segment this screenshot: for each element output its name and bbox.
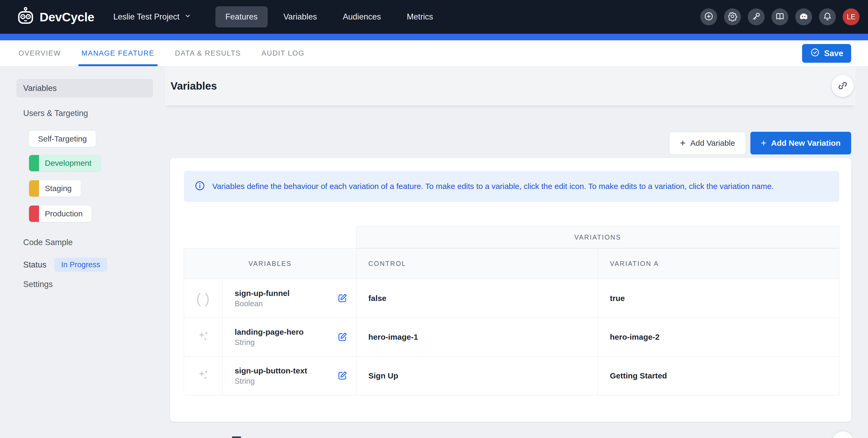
edit-pencil-icon (337, 339, 348, 343)
variable-name: sign-up-button-text (235, 366, 307, 375)
tab-overview[interactable]: OVERVIEW (19, 40, 61, 66)
settings-button[interactable] (724, 8, 741, 25)
top-nav: DevCycle Leslie Test Project Features Va… (0, 0, 868, 34)
logo-text: DevCycle (39, 10, 94, 24)
plus-circle-icon (704, 11, 714, 23)
edit-pencil-icon (337, 378, 348, 382)
create-button[interactable] (700, 8, 717, 25)
sidebar-item-variables[interactable]: Variables (17, 79, 153, 98)
main-nav: Features Variables Audiences Metrics (215, 6, 443, 27)
main-content: Variables + Add Variable + Add New Varia… (165, 66, 856, 438)
table-row-variable-cell: landing-page-hero String (222, 318, 356, 357)
env-color-bar (29, 155, 39, 171)
env-label: Development (45, 159, 92, 168)
plus-icon: + (761, 138, 767, 148)
docs-button[interactable] (772, 8, 788, 25)
env-color-bar (29, 206, 39, 222)
edit-pencil-icon (337, 301, 348, 305)
env-label: Staging (45, 184, 72, 193)
link-icon (837, 437, 848, 438)
feature-sidebar: Variables Users & Targeting Self-Targeti… (0, 66, 165, 438)
environment-list: Self-Targeting Development Staging Produ… (29, 123, 165, 223)
variation-a-value: Getting Started (598, 357, 839, 395)
control-value: false (356, 279, 598, 318)
variation-a-value: hero-image-2 (598, 318, 839, 357)
info-banner: Variables define the behaviour of each v… (184, 171, 839, 202)
sidebar-item-settings[interactable]: Settings (17, 280, 165, 289)
variation-a-value: true (598, 279, 839, 318)
variations-group-header: VARIATIONS (356, 226, 839, 248)
nav-item-audiences[interactable]: Audiences (333, 6, 391, 27)
docs-book-icon (775, 11, 785, 23)
add-variable-button[interactable]: + Add Variable (669, 132, 746, 155)
nav-actions: LE (700, 8, 860, 25)
info-icon (194, 180, 206, 192)
info-banner-text: Variables define the behaviour of each v… (212, 182, 774, 191)
status-label[interactable]: Status (23, 260, 46, 270)
variable-type: String (235, 377, 307, 385)
api-keys-button[interactable] (748, 8, 765, 25)
table-row-icon-cell (184, 357, 222, 395)
variable-type: String (235, 338, 304, 347)
control-value: hero-image-1 (356, 318, 598, 357)
env-pill-staging[interactable]: Staging (29, 180, 81, 197)
gear-icon (727, 11, 738, 23)
edit-variable-button[interactable] (337, 331, 348, 343)
user-avatar[interactable]: LE (843, 8, 860, 25)
variable-name: sign-up-funnel (235, 289, 289, 298)
project-name: Leslie Test Project (113, 12, 180, 22)
devcycle-logo[interactable]: DevCycle (16, 7, 94, 27)
column-header-control[interactable]: CONTROL (356, 248, 598, 279)
sparkles-icon (196, 329, 210, 345)
check-circle-icon (810, 47, 820, 60)
table-actions: + Add Variable + Add New Variation (165, 132, 851, 155)
bell-icon (823, 11, 832, 23)
sparkles-icon (196, 368, 210, 384)
tab-manage-feature[interactable]: MANAGE FEATURE (82, 40, 155, 66)
env-label: Production (45, 209, 83, 218)
robot-logo-icon (16, 7, 35, 27)
nav-item-variables[interactable]: Variables (273, 6, 327, 27)
env-pill-self-targeting[interactable]: Self-Targeting (29, 131, 96, 147)
page-title: Variables (170, 80, 217, 92)
env-color-bar (29, 180, 39, 197)
sidebar-item-status: Status In Progress (17, 258, 165, 272)
save-button[interactable]: Save (802, 44, 851, 63)
next-section-title-sliver (232, 436, 241, 438)
tab-audit-log[interactable]: AUDIT LOG (261, 40, 305, 66)
column-header-variables: VARIABLES (184, 248, 356, 279)
edit-variable-button[interactable] (337, 292, 348, 305)
feature-tabs-bar: OVERVIEW MANAGE FEATURE DATA & RESULTS A… (0, 40, 868, 66)
tab-data-results[interactable]: DATA & RESULTS (175, 40, 241, 66)
table-row-icon-cell: ( ) (184, 279, 222, 318)
variables-table: VARIATIONS VARIABLES CONTROL VARIATION A… (184, 226, 839, 395)
variables-card: Variables define the behaviour of each v… (170, 158, 851, 422)
link-icon (837, 80, 848, 92)
variable-type: Boolean (235, 299, 289, 308)
table-spacer (184, 226, 356, 248)
notifications-button[interactable] (819, 8, 836, 25)
add-variable-label: Add Variable (690, 139, 735, 147)
column-header-variation-a[interactable]: VARIATION A (598, 248, 839, 279)
discord-icon (799, 11, 809, 23)
control-value: Sign Up (356, 357, 598, 395)
copy-link-button[interactable] (832, 75, 854, 97)
add-new-variation-button[interactable]: + Add New Variation (750, 132, 851, 155)
variable-name: landing-page-hero (235, 328, 304, 337)
plus-icon: + (680, 138, 686, 148)
table-row-variable-cell: sign-up-funnel Boolean (222, 279, 356, 318)
env-pill-production[interactable]: Production (29, 206, 92, 222)
nav-item-features[interactable]: Features (215, 6, 268, 27)
boolean-icon: ( ) (196, 290, 210, 306)
discord-button[interactable] (795, 8, 812, 25)
edit-variable-button[interactable] (337, 370, 348, 382)
env-pill-development[interactable]: Development (29, 155, 100, 171)
sidebar-item-code-sample[interactable]: Code Sample (17, 238, 165, 247)
env-label: Self-Targeting (38, 134, 87, 143)
sidebar-item-users-targeting[interactable]: Users & Targeting (17, 109, 165, 118)
project-selector[interactable]: Leslie Test Project (113, 12, 192, 22)
status-badge[interactable]: In Progress (54, 258, 107, 272)
nav-item-metrics[interactable]: Metrics (397, 6, 443, 27)
table-row-icon-cell (184, 318, 222, 357)
add-new-variation-label: Add New Variation (771, 139, 841, 147)
